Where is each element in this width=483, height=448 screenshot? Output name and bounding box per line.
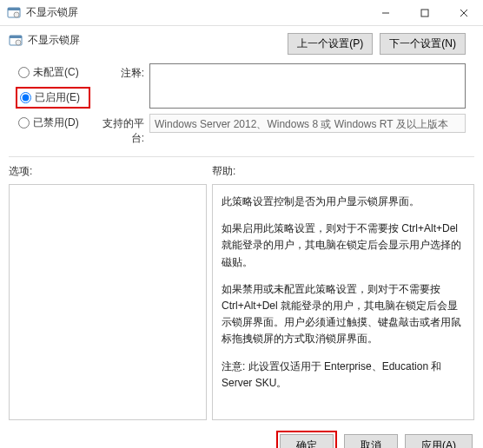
help-text: 如果启用此策略设置，则对于不需要按 Ctrl+Alt+Del 就能登录的用户，其… <box>222 221 465 271</box>
comment-input[interactable] <box>149 63 466 109</box>
policy-icon <box>9 34 23 48</box>
policy-name: 不显示锁屏 <box>28 33 281 48</box>
close-button[interactable] <box>444 0 483 26</box>
titlebar: 不显示锁屏 <box>0 0 483 26</box>
radio-not-configured[interactable]: 未配置(C) <box>16 63 90 82</box>
radio-enabled-label: 已启用(E) <box>35 90 80 105</box>
state-radios: 未配置(C) 已启用(E) 已禁用(D) <box>16 63 90 151</box>
radio-disabled-label: 已禁用(D) <box>33 115 79 130</box>
options-pane <box>9 184 207 420</box>
svg-point-9 <box>16 40 21 45</box>
svg-point-2 <box>14 12 19 17</box>
help-text: 此策略设置控制是否为用户显示锁屏界面。 <box>222 194 465 210</box>
platform-label: 支持的平台: <box>90 114 149 146</box>
ok-highlight: 确定 <box>276 431 337 448</box>
cancel-button[interactable]: 取消 <box>344 434 398 448</box>
maximize-button[interactable] <box>405 0 444 26</box>
radio-disabled[interactable]: 已禁用(D) <box>16 114 90 132</box>
radio-enabled[interactable]: 已启用(E) <box>16 87 90 109</box>
help-pane: 此策略设置控制是否为用户显示锁屏界面。 如果启用此策略设置，则对于不需要按 Ct… <box>212 184 474 420</box>
help-text: 如果禁用或未配置此策略设置，则对于不需要按 Ctrl+Alt+Del 就能登录的… <box>222 281 465 348</box>
platform-value: Windows Server 2012、Windows 8 或 Windows … <box>149 114 466 133</box>
config-section: 未配置(C) 已启用(E) 已禁用(D) 注释: 支持的平台: Windows … <box>0 58 483 151</box>
header: 不显示锁屏 上一个设置(P) 下一个设置(N) <box>0 26 483 58</box>
svg-rect-8 <box>10 36 22 38</box>
ok-button[interactable]: 确定 <box>280 434 334 448</box>
help-label: 帮助: <box>212 164 235 179</box>
help-text: 注意: 此设置仅适用于 Enterprise、Education 和 Serve… <box>222 359 465 392</box>
prev-setting-button[interactable]: 上一个设置(P) <box>288 33 373 55</box>
section-labels: 选项: 帮助: <box>0 162 483 181</box>
options-label: 选项: <box>9 164 212 179</box>
comment-label: 注释: <box>90 63 149 109</box>
svg-rect-1 <box>8 8 20 10</box>
minimize-button[interactable] <box>366 0 405 26</box>
radio-not-configured-input[interactable] <box>18 67 30 78</box>
footer: 确定 取消 应用(A) <box>0 425 483 448</box>
divider <box>9 156 474 157</box>
apply-button[interactable]: 应用(A) <box>405 434 473 448</box>
radio-enabled-input[interactable] <box>20 92 31 103</box>
policy-icon <box>7 6 21 20</box>
radio-disabled-input[interactable] <box>18 117 30 128</box>
radio-not-configured-label: 未配置(C) <box>33 65 79 80</box>
svg-rect-4 <box>421 10 428 16</box>
window-title: 不显示锁屏 <box>26 5 366 20</box>
next-setting-button[interactable]: 下一个设置(N) <box>380 33 466 55</box>
